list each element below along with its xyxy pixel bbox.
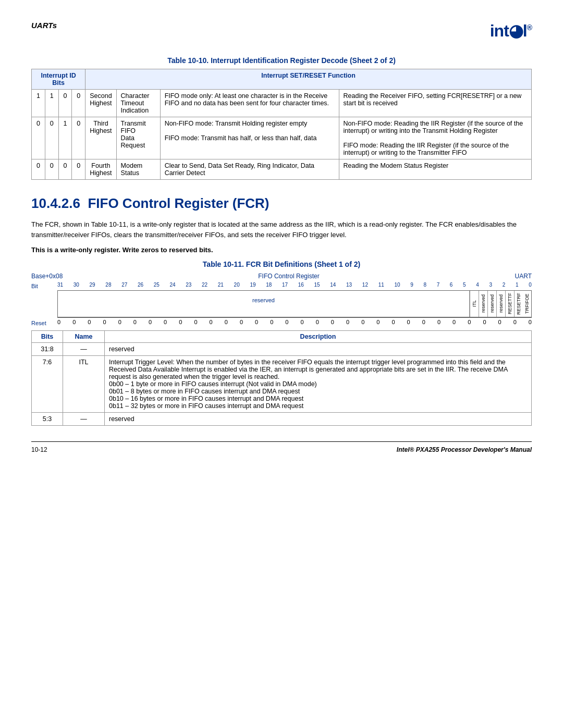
- bit-num: 12: [362, 282, 368, 289]
- itl-field: ITL: [470, 291, 479, 317]
- reserved-field-1: reserved: [479, 291, 487, 317]
- table-row: 0 0 0 0 FourthHighest Modem Status Clear…: [32, 159, 532, 180]
- bit-num: 20: [234, 282, 240, 289]
- bits-header: Bits: [32, 331, 63, 343]
- name-cell: —: [63, 343, 105, 356]
- interrupt-id-header: Interrupt ID Bits: [32, 69, 85, 90]
- bit-num: 25: [154, 282, 160, 289]
- rv: 0: [301, 319, 304, 326]
- rv: 0: [391, 319, 395, 326]
- bits-cell: 31:8: [32, 343, 63, 356]
- bit-num: 18: [266, 282, 272, 289]
- reset-row: Reset 0 0 0 0 0 0 0 0 0 0 0 0 0 0 0 0 0 …: [31, 319, 532, 326]
- rv: 0: [376, 319, 380, 326]
- fifo-label: FIFO Control Register: [258, 273, 319, 280]
- bit-num: 23: [186, 282, 191, 289]
- bit-0: 0: [72, 117, 85, 159]
- rv: 0: [270, 319, 273, 326]
- rv: 0: [437, 319, 440, 326]
- rv: 0: [422, 319, 425, 326]
- bit-0: 0: [72, 90, 85, 117]
- section-10426: 10.4.2.6 FIFO Control Register (FCR) The…: [31, 195, 532, 254]
- reserved-field-3: reserved: [496, 291, 505, 317]
- bit-num: 29: [90, 282, 95, 289]
- bit-num: 8: [423, 282, 426, 289]
- priority: SecondHighest: [85, 90, 116, 117]
- bit-number-labels: 31 30 29 28 27 26 25 24 23 22 21 20 19 1…: [57, 282, 532, 289]
- rv: 0: [210, 319, 213, 326]
- chapter-title: UARTs: [31, 21, 57, 30]
- uart-label: UART: [515, 273, 532, 280]
- bit-num: 15: [314, 282, 320, 289]
- bit-1: 1: [58, 117, 72, 159]
- desc-cell: reserved: [105, 413, 532, 426]
- bit-num: 4: [476, 282, 479, 289]
- resetrf-field: RESETRF: [514, 291, 523, 317]
- desc-header-row: Bits Name Description: [32, 331, 532, 343]
- reset-function: Reading the Receiver FIFO, setting FCR[R…: [339, 90, 531, 117]
- bit-num: 19: [250, 282, 255, 289]
- rv: 0: [164, 319, 167, 326]
- trfifoe-field: TRFIFOE: [523, 291, 531, 317]
- bit-num: 31: [57, 282, 63, 289]
- fcr-label-row: Base+0x08 FIFO Control Register UART: [31, 273, 532, 280]
- bit-num: 21: [218, 282, 224, 289]
- bit-0: 0: [72, 159, 85, 180]
- table-10-11-title: Table 10-11. FCR Bit Definitions (Sheet …: [31, 260, 532, 268]
- rv: 0: [361, 319, 364, 326]
- table-row: 7:6 ITL Interrupt Trigger Level: When th…: [32, 356, 532, 413]
- rv: 0: [513, 319, 517, 326]
- rv: 0: [149, 319, 152, 326]
- rv: 0: [316, 319, 319, 326]
- rv: 0: [118, 319, 121, 326]
- set-function: Clear to Send, Data Set Ready, Ring Indi…: [160, 159, 339, 180]
- bit-num: 28: [105, 282, 111, 289]
- bit-numbers-row: Bit 31 30 29 28 27 26 25 24 23 22 21 20 …: [31, 282, 532, 289]
- table-10-10-title: Table 10-10. Interrupt Identification Re…: [31, 56, 532, 65]
- reserved-field-2: reserved: [487, 291, 496, 317]
- bits-cell: 5:3: [32, 413, 63, 426]
- table-row: 31:8 — reserved: [32, 343, 532, 356]
- rv: 0: [57, 319, 60, 326]
- rv: 0: [346, 319, 349, 326]
- bit-num: 1: [516, 282, 519, 289]
- bit-1: 0: [58, 90, 72, 117]
- bit-num: 5: [463, 282, 466, 289]
- section-number-title: 10.4.2.6 FIFO Control Register (FCR): [31, 195, 532, 212]
- bit-num: 14: [330, 282, 336, 289]
- rv: 0: [468, 319, 471, 326]
- section-number: 10.4.2.6: [31, 195, 80, 211]
- rv: 0: [255, 319, 258, 326]
- rv: 0: [285, 319, 288, 326]
- bit-2: 1: [45, 90, 58, 117]
- bit-num: 22: [202, 282, 207, 289]
- interrupt-type: CharacterTimeoutIndication: [116, 90, 160, 117]
- set-function: FIFO mode only: At least one character i…: [160, 90, 339, 117]
- spacer: [31, 290, 57, 318]
- name-cell: —: [63, 413, 105, 426]
- rv: 0: [225, 319, 228, 326]
- rv: 0: [179, 319, 182, 326]
- rv: 0: [498, 319, 501, 326]
- section-title: FIFO Control Register (FCR): [88, 195, 269, 211]
- write-only-note: This is a write-only register. Write zer…: [31, 246, 532, 254]
- rv: 0: [331, 319, 334, 326]
- bit-3: 0: [32, 117, 45, 159]
- name-cell: ITL: [63, 356, 105, 413]
- intel-logo: int◕l®: [490, 21, 532, 41]
- bit-num: 30: [74, 282, 79, 289]
- rv: 0: [452, 319, 456, 326]
- bits-cell: 7:6: [32, 356, 63, 413]
- reset-function: Non-FIFO mode: Reading the IIR Register …: [339, 117, 531, 159]
- rv: 0: [133, 319, 137, 326]
- rv: 0: [529, 319, 532, 326]
- bit-label: Bit: [31, 282, 57, 289]
- priority: ThirdHighest: [85, 117, 116, 159]
- rv: 0: [240, 319, 243, 326]
- rv: 0: [88, 319, 91, 326]
- priority: FourthHighest: [85, 159, 116, 180]
- bit-num: 13: [346, 282, 352, 289]
- bit-num: 27: [121, 282, 127, 289]
- bit-num: 24: [169, 282, 175, 289]
- bit-num: 3: [489, 282, 493, 289]
